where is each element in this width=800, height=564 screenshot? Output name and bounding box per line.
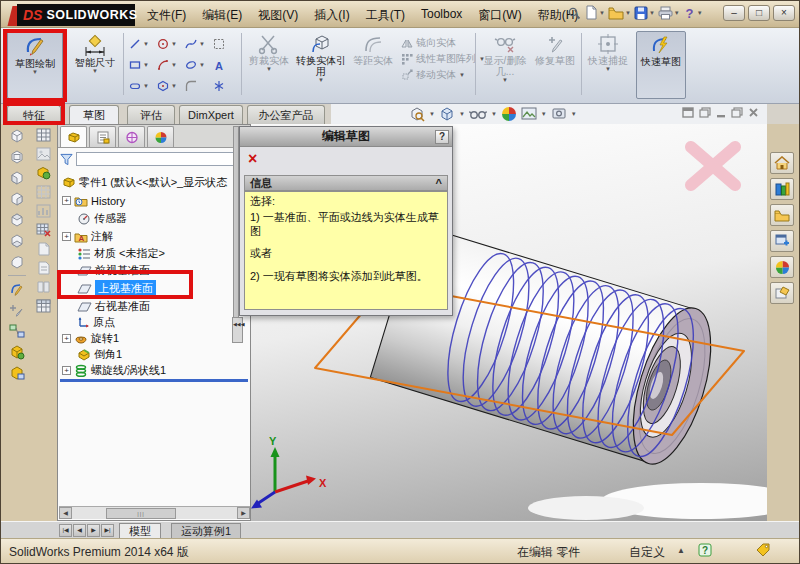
dropdown-arrow[interactable]: ▼ bbox=[143, 83, 149, 89]
panel-cancel-icon[interactable]: × bbox=[248, 151, 257, 167]
panel-help-button[interactable]: ? bbox=[435, 130, 449, 144]
hide-show-glasses-icon[interactable] bbox=[469, 107, 487, 121]
sketch-button[interactable]: 草图绘制 ▼ bbox=[7, 31, 63, 99]
dropdown-arrow[interactable]: ▼ bbox=[599, 10, 605, 16]
collapse-chevron-icon[interactable]: ^ bbox=[436, 177, 442, 189]
tree-item-sensors[interactable]: 传感器 bbox=[62, 210, 248, 227]
linear-pattern-button[interactable]: 线性草图阵列▼ bbox=[401, 52, 485, 66]
expand-icon[interactable]: + bbox=[62, 334, 71, 343]
tab-features[interactable]: 特征 bbox=[7, 105, 61, 124]
view-settings-icon[interactable] bbox=[551, 106, 567, 122]
dropdown-arrow[interactable]: ▼ bbox=[266, 66, 272, 73]
offset-entities-button[interactable]: 等距实体 bbox=[351, 31, 395, 99]
zoom-fit-icon[interactable] bbox=[409, 106, 425, 122]
dropdown-arrow[interactable]: ▼ bbox=[199, 41, 205, 47]
move-entities-button[interactable]: 移动实体▼ bbox=[401, 68, 485, 82]
rollback-bar[interactable] bbox=[60, 379, 248, 382]
home-button[interactable] bbox=[770, 152, 794, 174]
view-top-icon[interactable] bbox=[9, 212, 25, 228]
point-tool[interactable] bbox=[211, 76, 238, 96]
tree-item-material[interactable]: 材质 <未指定> bbox=[62, 245, 248, 262]
new-document-icon[interactable] bbox=[584, 5, 598, 20]
selection-box-tool[interactable] bbox=[211, 34, 238, 54]
propertymanager-tab[interactable] bbox=[89, 126, 116, 147]
configurationmanager-tab[interactable] bbox=[118, 126, 145, 147]
scroll-thumb[interactable]: ||| bbox=[106, 508, 176, 519]
polygon-tool[interactable]: ▼ bbox=[155, 76, 182, 96]
featuremanager-tab[interactable] bbox=[60, 126, 87, 147]
dropdown-arrow[interactable]: ▼ bbox=[143, 41, 149, 47]
tree-item-annotations[interactable]: + A 注解 bbox=[62, 228, 248, 245]
rectangle-tool[interactable]: ▼ bbox=[127, 55, 154, 75]
tree-item-helix1[interactable]: + 螺旋线/涡状线1 bbox=[62, 362, 248, 379]
table2-icon[interactable] bbox=[36, 299, 51, 313]
smart-dimension-button[interactable]: 智能尺寸 ▼ bbox=[71, 31, 119, 99]
tab-sketch[interactable]: 草图 bbox=[69, 105, 119, 124]
sketch-relations-icon[interactable] bbox=[9, 323, 25, 339]
feature-box2-icon[interactable] bbox=[9, 365, 25, 381]
dropdown-arrow[interactable]: ▼ bbox=[541, 111, 547, 117]
line-tool[interactable]: ▼ bbox=[127, 34, 154, 54]
expand-icon[interactable]: + bbox=[62, 366, 71, 375]
expand-icon[interactable]: + bbox=[62, 232, 71, 241]
dropdown-arrow[interactable]: ▼ bbox=[171, 62, 177, 68]
dropdown-arrow[interactable]: ▼ bbox=[32, 69, 38, 76]
menu-file[interactable]: 文件(F) bbox=[147, 7, 186, 24]
dropdown-arrow[interactable]: ▼ bbox=[649, 10, 655, 16]
displaymanager-tab[interactable] bbox=[147, 126, 174, 147]
help-icon[interactable]: ? bbox=[683, 6, 696, 20]
menu-toolbox[interactable]: Toolbox bbox=[421, 7, 462, 24]
tree-item-chamfer1[interactable]: 倒角1 bbox=[62, 346, 248, 363]
dropdown-arrow[interactable]: ▼ bbox=[318, 77, 324, 84]
grid-delete-icon[interactable] bbox=[36, 223, 51, 237]
chart-tool-icon[interactable] bbox=[36, 204, 51, 218]
text-tool[interactable]: A bbox=[211, 55, 238, 75]
resources-button[interactable] bbox=[770, 178, 794, 200]
fillet-tool[interactable] bbox=[183, 76, 210, 96]
dropdown-arrow[interactable]: ▼ bbox=[674, 10, 680, 16]
tree-item-origin[interactable]: 原点 bbox=[62, 314, 248, 331]
next-tab-button[interactable]: ▶ bbox=[87, 524, 100, 537]
doc-restore2-icon[interactable] bbox=[699, 107, 711, 118]
dropdown-arrow[interactable]: ▼ bbox=[143, 62, 149, 68]
sketch-toolbar-icon[interactable] bbox=[9, 281, 25, 297]
save-icon[interactable] bbox=[634, 6, 648, 20]
menu-view[interactable]: 视图(V) bbox=[258, 7, 298, 24]
doc-restore-icon[interactable] bbox=[682, 107, 694, 118]
dropdown-arrow[interactable]: ▼ bbox=[429, 111, 435, 117]
custom-dropdown-arrow-icon[interactable]: ▲ bbox=[677, 546, 685, 555]
trim-entities-button[interactable]: 剪裁实体 ▼ bbox=[247, 31, 291, 99]
sketch-picture-icon[interactable] bbox=[36, 147, 51, 161]
minimize-button[interactable]: – bbox=[723, 5, 745, 21]
tree-item-revolve1[interactable]: + 旋转1 bbox=[62, 330, 248, 347]
dropdown-arrow[interactable]: ▼ bbox=[625, 10, 631, 16]
prev-tab-button[interactable]: ◀ bbox=[73, 524, 86, 537]
appearance-sphere-icon[interactable] bbox=[501, 106, 517, 122]
doc-cascade-icon[interactable] bbox=[731, 107, 743, 118]
convert-entities-button[interactable]: 转换实体引用 ▼ bbox=[295, 31, 347, 99]
view-back-icon[interactable] bbox=[9, 149, 25, 165]
dropdown-arrow[interactable]: ▼ bbox=[171, 83, 177, 89]
dropdown-arrow[interactable]: ▼ bbox=[199, 62, 205, 68]
sheet2-tool-icon[interactable] bbox=[36, 261, 51, 275]
tree-item-top-plane[interactable]: 上视基准面 bbox=[62, 280, 248, 297]
menu-insert[interactable]: 插入(I) bbox=[314, 7, 349, 24]
menu-edit[interactable]: 编辑(E) bbox=[202, 7, 242, 24]
quick-snaps-button[interactable]: 快速捕捉 ▼ bbox=[586, 31, 630, 99]
scene-icon[interactable] bbox=[521, 106, 537, 122]
tree-item-right-plane[interactable]: 右视基准面 bbox=[62, 298, 248, 315]
custom-properties-button[interactable] bbox=[770, 282, 794, 304]
book-tool-icon[interactable] bbox=[36, 280, 51, 294]
dropdown-arrow[interactable]: ▼ bbox=[571, 111, 577, 117]
tab-dimxpert[interactable]: DimXpert bbox=[179, 105, 243, 124]
dropdown-arrow[interactable]: ▼ bbox=[459, 72, 465, 78]
expand-icon[interactable]: + bbox=[62, 196, 71, 205]
sheet-tool-icon[interactable] bbox=[36, 242, 51, 256]
search-icon[interactable] bbox=[567, 6, 581, 20]
close-button[interactable]: × bbox=[773, 5, 795, 21]
dropdown-arrow[interactable]: ▼ bbox=[92, 68, 98, 75]
tree-item-history[interactable]: + History bbox=[62, 192, 248, 209]
display-style-cube-icon[interactable] bbox=[439, 106, 455, 122]
view-right-icon[interactable] bbox=[9, 191, 25, 207]
maximize-button[interactable]: □ bbox=[748, 5, 770, 21]
